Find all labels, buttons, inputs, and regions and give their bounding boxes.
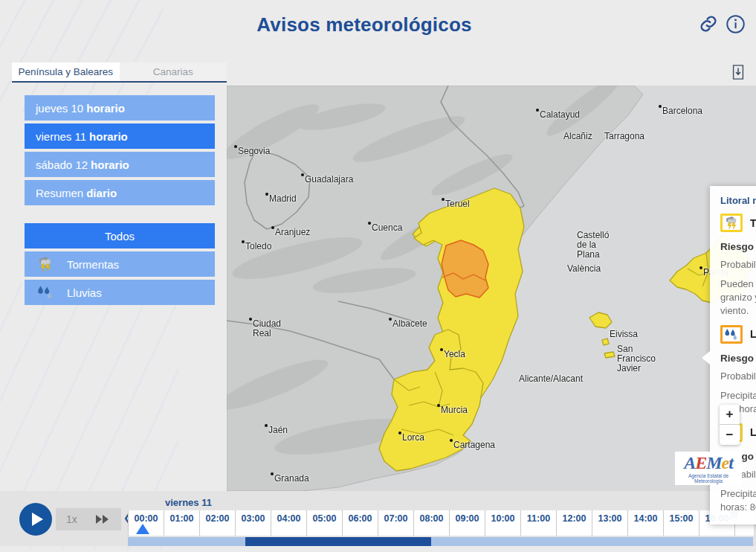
warning-description: Pueden ir acompañadas de granizo y racha…: [720, 277, 756, 318]
timeline-day-label: viernes 11: [165, 497, 212, 508]
timeline-hour-06-00[interactable]: 06:00: [343, 510, 378, 536]
filter-button-todos[interactable]: Todos: [25, 223, 215, 248]
city-dot: [234, 145, 237, 148]
timeline-hours: 00:0001:0002:0003:0004:0005:0006:0007:00…: [128, 510, 754, 536]
timeline-hour-02-00[interactable]: 02:00: [200, 510, 236, 536]
city-dot: [249, 318, 252, 321]
city-dot: [368, 222, 371, 225]
aemet-logo-subtitle: Agencia Estatal de Meteorología: [675, 473, 742, 484]
logo-letter: E: [695, 453, 706, 472]
city-dot: [536, 109, 539, 112]
map[interactable]: CalatayudBarcelonaTarragonaAlcañizSegovi…: [227, 86, 756, 491]
warning-type: Lluvias: [750, 426, 756, 438]
storm-icon: [720, 214, 743, 232]
speed-label: 1x: [66, 513, 77, 525]
timeline-hour-08-00[interactable]: 08:00: [414, 510, 450, 536]
logo-letter: e: [722, 453, 729, 472]
city-dot: [442, 198, 445, 201]
info-icon[interactable]: [725, 13, 746, 34]
aemet-logo-word: AEMet: [675, 453, 742, 472]
day-button-viernes-11[interactable]: viernes 11horario: [25, 123, 215, 149]
city-dot: [271, 472, 274, 475]
city-dot: [271, 226, 274, 229]
download-icon[interactable]: [731, 64, 746, 80]
timeline-hour-10-00[interactable]: 10:00: [485, 510, 521, 536]
city-dot: [265, 193, 268, 196]
city-dot: [265, 424, 268, 427]
day-button-sábado-12[interactable]: sábado 12horario: [25, 152, 215, 177]
filter-button-tormentas[interactable]: Tormentas: [25, 251, 215, 277]
region-tabbar: Península y Baleares Canarias: [12, 62, 227, 83]
city-dot: [242, 240, 245, 243]
storm-icon: [36, 256, 55, 272]
map-zoom-control: + −: [720, 405, 740, 445]
city-dot: [398, 431, 401, 434]
timeline-hour-14-00[interactable]: 14:00: [628, 510, 664, 536]
timeline-hour-01-00[interactable]: 01:00: [164, 510, 200, 536]
timeline-position-marker[interactable]: [136, 524, 149, 534]
warning-probability: Probabilidad: 40%-70%: [720, 259, 756, 270]
zoom-in-button[interactable]: +: [720, 405, 740, 425]
aemet-logo: AEMet Agencia Estatal de Meteorología: [675, 452, 742, 485]
zoom-out-button[interactable]: −: [720, 425, 740, 445]
city-dot: [450, 439, 453, 442]
city-dot: [389, 318, 392, 321]
tab-peninsula-baleares[interactable]: Península y Baleares: [12, 62, 120, 81]
city-dot: [440, 348, 443, 351]
popup-title: Litoral norte de Valencia: [720, 195, 756, 206]
playback-speed-control[interactable]: 1x: [56, 508, 121, 530]
timeline-scrollbar-thumb[interactable]: [245, 537, 431, 546]
rain-icon: [36, 284, 55, 301]
header: Avisos meteorológicos: [0, 0, 756, 45]
filter-button-lluvias[interactable]: Lluvias: [25, 280, 215, 305]
popup-pointer: [702, 351, 710, 365]
warning-block: TormentasRiesgoProbabilidad: 40%-70%Pued…: [720, 214, 756, 318]
map-terrain: [227, 86, 756, 491]
timeline-hour-03-00[interactable]: 03:00: [236, 510, 271, 536]
city-dot: [659, 105, 662, 108]
warning-level: Riesgo importante: [720, 353, 756, 364]
timeline-hour-12-00[interactable]: 12:00: [557, 510, 592, 536]
warning-probability: Probabilidad: 40%-70%: [720, 370, 756, 382]
play-icon: [32, 513, 43, 526]
day-button-jueves-10[interactable]: jueves 10horario: [25, 95, 215, 121]
logo-letter: M: [706, 453, 721, 472]
timeline-hour-11-00[interactable]: 11:00: [521, 510, 557, 536]
warning-type: Lluvias: [750, 328, 756, 340]
city-dot: [437, 404, 440, 407]
page-title: Avisos meteorológicos: [0, 13, 728, 36]
timeline-hour-15-00[interactable]: 15:00: [664, 510, 700, 536]
logo-letter: t: [728, 453, 733, 472]
timeline-bar: 1x viernes 11 ❮ 00:0001:0002:0003:0004:0…: [0, 491, 756, 546]
warning-block: LluviasRiesgo importanteProbabilidad: 40…: [720, 325, 756, 416]
link-icon[interactable]: [698, 13, 719, 34]
warning-type: Tormentas: [750, 217, 756, 229]
play-button[interactable]: [19, 503, 52, 536]
day-button-resumen[interactable]: Resumendiario: [25, 180, 215, 205]
warning-description: Precipitación acumulada en 12 horas: 80 …: [720, 487, 756, 514]
timeline-hour-13-00[interactable]: 13:00: [592, 510, 628, 536]
timeline-scrollbar[interactable]: [128, 537, 753, 546]
warning-level: Riesgo: [720, 241, 756, 252]
city-dot: [301, 173, 304, 176]
tab-canarias[interactable]: Canarias: [120, 62, 227, 81]
timeline-hour-05-00[interactable]: 05:00: [307, 510, 343, 536]
city-dot: [700, 266, 702, 269]
fast-forward-icon[interactable]: [94, 514, 111, 524]
timeline-hour-07-00[interactable]: 07:00: [378, 510, 414, 536]
logo-letter: A: [684, 453, 695, 472]
timeline-hour-04-00[interactable]: 04:00: [271, 510, 307, 536]
rain-icon: [720, 325, 743, 344]
timeline-hour-09-00[interactable]: 09:00: [450, 510, 485, 536]
